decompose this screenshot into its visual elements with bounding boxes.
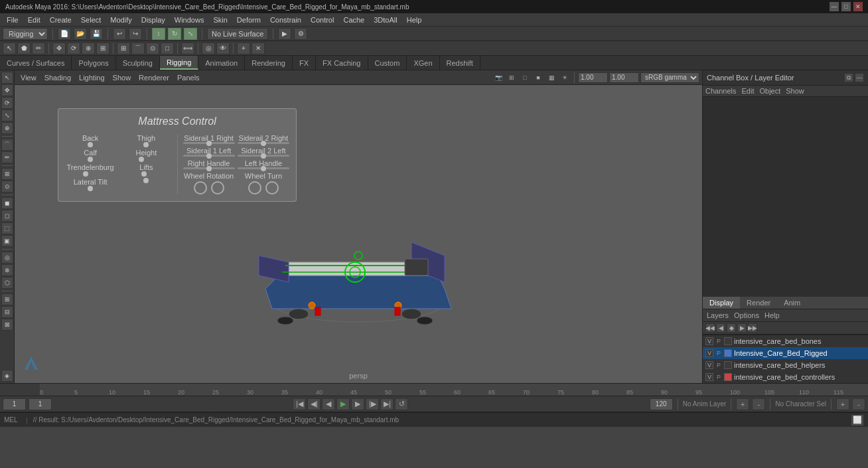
vp-menu-view[interactable]: View: [17, 72, 40, 83]
new-file-btn[interactable]: 📄: [58, 28, 71, 40]
menu-create[interactable]: Create: [46, 15, 76, 25]
do-layers[interactable]: Layers: [707, 311, 729, 319]
vp-gamma-dropdown[interactable]: sRGB gamma: [640, 72, 699, 83]
cb-float-btn[interactable]: ⧉: [844, 73, 853, 82]
mp-dial-wt2[interactable]: [265, 181, 279, 195]
vp-menu-lighting[interactable]: Lighting: [76, 72, 108, 83]
char-btn[interactable]: +: [836, 398, 849, 410]
lt-paint[interactable]: ✏: [1, 151, 13, 163]
lt-select[interactable]: ↖: [1, 72, 13, 84]
scale-btn[interactable]: ⤡: [184, 28, 197, 40]
cb-menu-show[interactable]: Show: [786, 87, 804, 95]
do-options[interactable]: Options: [734, 311, 759, 319]
layer-vis-rigged[interactable]: V: [705, 349, 713, 357]
tab-polygons[interactable]: Polygons: [72, 56, 115, 70]
range-end-input[interactable]: [650, 398, 673, 410]
layer-vis-helpers[interactable]: V: [705, 361, 713, 369]
render-settings-btn[interactable]: ⚙: [294, 28, 307, 40]
vp-shaded-btn[interactable]: ■: [532, 72, 544, 84]
tab-custom[interactable]: Custom: [368, 56, 407, 70]
cb-menu-object[interactable]: Object: [759, 87, 780, 95]
lt-move[interactable]: ✥: [1, 84, 13, 96]
menu-cache[interactable]: Cache: [339, 15, 368, 25]
lt-misc3[interactable]: ⊠: [1, 319, 13, 331]
lt-display1[interactable]: ◼: [1, 197, 13, 209]
mp-slider-lh[interactable]: [238, 167, 289, 169]
mode-dropdown[interactable]: Rigging: [3, 28, 48, 40]
rotate-btn[interactable]: ↻: [168, 28, 181, 40]
anim-layer-btn[interactable]: +: [736, 398, 749, 410]
snap-curve-btn[interactable]: ⌒: [131, 42, 145, 54]
vp-input-2[interactable]: [609, 72, 639, 83]
layer-next[interactable]: ▶: [737, 323, 747, 333]
mp-dial-wr2[interactable]: [211, 181, 224, 195]
menu-deform[interactable]: Deform: [233, 15, 265, 25]
render-btn[interactable]: ▶: [278, 28, 291, 40]
snap-view-btn[interactable]: □: [161, 42, 174, 54]
lt-snap1[interactable]: ⊞: [1, 168, 13, 180]
tab-animation[interactable]: Animation: [198, 56, 245, 70]
vp-menu-show[interactable]: Show: [109, 72, 135, 83]
layer-prev[interactable]: ◀◀: [705, 323, 715, 333]
tab-fx-caching[interactable]: FX Caching: [316, 56, 368, 70]
menu-control[interactable]: Control: [307, 15, 338, 25]
frame-current-input[interactable]: [3, 398, 26, 410]
cross-btn[interactable]: ✕: [252, 42, 265, 54]
hide-btn[interactable]: 👁: [216, 42, 230, 54]
timeline-area[interactable]: 0510152025303540455055606570758085909510…: [0, 383, 868, 396]
symmetry-btn[interactable]: ⟺: [181, 42, 194, 54]
mp-slider-sr1l[interactable]: [183, 155, 235, 157]
mp-slider-rh[interactable]: [183, 167, 235, 169]
lasso-btn[interactable]: ⬟: [17, 42, 31, 54]
lt-curve[interactable]: ⌒: [1, 139, 13, 151]
snap-grid-btn[interactable]: ⊞: [117, 42, 130, 54]
vp-menu-renderer[interactable]: Renderer: [135, 72, 173, 83]
layer-p-helpers[interactable]: P: [715, 362, 722, 368]
layer-next2[interactable]: ▶▶: [748, 323, 757, 333]
transport-prev-key[interactable]: ◀|: [307, 398, 321, 410]
snap-point-btn[interactable]: ⊙: [146, 42, 159, 54]
menu-constrain[interactable]: Constrain: [266, 15, 305, 25]
do-help[interactable]: Help: [764, 311, 780, 319]
menu-skin[interactable]: Skin: [209, 15, 231, 25]
menu-windows[interactable]: Windows: [171, 15, 208, 25]
lt-bottom[interactable]: ◈: [1, 370, 13, 382]
cb-menu-edit[interactable]: Edit: [741, 87, 754, 95]
isolate-btn[interactable]: ◎: [202, 42, 215, 54]
tab-curves-surfaces[interactable]: Curves / Surfaces: [0, 56, 72, 70]
transport-next-key[interactable]: |▶: [366, 398, 379, 410]
lt-universal[interactable]: ⊕: [1, 122, 13, 134]
char-btn2[interactable]: -: [852, 398, 865, 410]
universal-btn[interactable]: ⊞: [96, 42, 109, 54]
tab-anim[interactable]: Anim: [777, 297, 807, 309]
transport-play[interactable]: ▶: [336, 398, 350, 410]
transport-begin[interactable]: |◀: [293, 398, 306, 410]
layer-prev2[interactable]: ◀: [716, 323, 725, 333]
transform-btn[interactable]: ↕: [152, 28, 165, 40]
vp-menu-shading[interactable]: Shading: [41, 72, 74, 83]
minimize-button[interactable]: —: [830, 2, 839, 11]
layer-row-rigged[interactable]: V P Intensive_Care_Bed_Rigged: [703, 347, 868, 359]
layer-row-helpers[interactable]: V P intensive_care_bed_helpers: [703, 359, 868, 371]
vp-cam-btn[interactable]: 📷: [492, 72, 504, 84]
char-sel-btn[interactable]: -: [752, 398, 765, 410]
cb-min-btn[interactable]: —: [855, 73, 864, 82]
vp-grid-btn[interactable]: ⊞: [506, 72, 518, 84]
frame-start-input[interactable]: [29, 398, 52, 410]
viewport[interactable]: View Shading Lighting Show Renderer Pane…: [15, 70, 702, 383]
menu-select[interactable]: Select: [77, 15, 106, 25]
layer-vis-controllers[interactable]: V: [705, 373, 713, 381]
mp-slider-sr2r[interactable]: [238, 142, 289, 144]
layer-p-rigged[interactable]: P: [715, 350, 722, 356]
mp-dial-wr1[interactable]: [194, 181, 207, 195]
vp-input-1[interactable]: [578, 72, 608, 83]
select-tool-btn[interactable]: ↖: [3, 42, 16, 54]
menu-file[interactable]: File: [3, 15, 23, 25]
tab-rigging[interactable]: Rigging: [160, 56, 198, 70]
lt-rotate[interactable]: ⟳: [1, 97, 13, 109]
lt-ik[interactable]: ⊗: [1, 264, 13, 276]
tab-display[interactable]: Display: [703, 297, 740, 309]
tab-redshift[interactable]: Redshift: [440, 56, 480, 70]
vp-menu-panels[interactable]: Panels: [174, 72, 203, 83]
timeline-track[interactable]: 0510152025303540455055606570758085909510…: [40, 384, 868, 396]
